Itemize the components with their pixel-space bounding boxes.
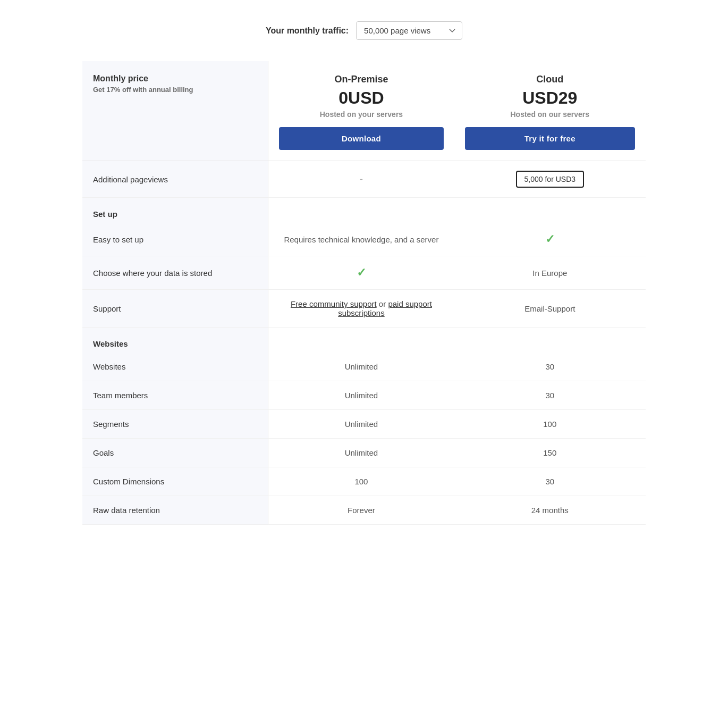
easy-setup-row: Easy to set up Requires technical knowle… xyxy=(82,223,646,256)
segments-row: Segments Unlimited 100 xyxy=(82,410,646,439)
cloud-subtitle: Hosted on our servers xyxy=(465,110,635,119)
support-cloud: Email-Support xyxy=(454,290,646,328)
traffic-select[interactable]: 10,000 page views 50,000 page views 100,… xyxy=(356,21,462,40)
additional-pageviews-onpremise: - xyxy=(268,161,454,198)
segments-label: Segments xyxy=(82,410,268,439)
data-location-onpremise-check: ✓ xyxy=(357,266,366,279)
goals-onpremise: Unlimited xyxy=(268,439,454,467)
pageviews-badge: 5,000 for USD3 xyxy=(516,171,585,188)
data-location-onpremise: ✓ xyxy=(268,256,454,290)
cloud-header: Cloud USD29 Hosted on our servers Try it… xyxy=(454,61,646,161)
segments-cloud: 100 xyxy=(454,410,646,439)
custom-dimensions-row: Custom Dimensions 100 30 xyxy=(82,467,646,496)
feature-column-header: Monthly price Get 17% off with annual bi… xyxy=(82,61,268,161)
support-row: Support Free community support or paid s… xyxy=(82,290,646,328)
websites-cloud: 30 xyxy=(454,353,646,381)
try-for-free-button[interactable]: Try it for free xyxy=(465,127,635,150)
onpremise-plan-name: On-Premise xyxy=(279,74,443,85)
team-members-row: Team members Unlimited 30 xyxy=(82,381,646,410)
support-onpremise-text: Free community support or paid support s… xyxy=(291,299,432,317)
cloud-plan-name: Cloud xyxy=(465,74,635,85)
websites-feature-label: Websites xyxy=(82,353,268,381)
easy-setup-onpremise: Requires technical knowledge, and a serv… xyxy=(268,223,454,256)
goals-cloud: 150 xyxy=(454,439,646,467)
onpremise-header: On-Premise 0USD Hosted on your servers D… xyxy=(268,61,454,161)
goals-label: Goals xyxy=(82,439,268,467)
easy-setup-label: Easy to set up xyxy=(82,223,268,256)
easy-setup-cloud-check: ✓ xyxy=(545,232,555,246)
cloud-price: USD29 xyxy=(465,88,635,108)
setup-section-label: Set up xyxy=(82,198,268,223)
custom-dimensions-cloud: 30 xyxy=(454,467,646,496)
custom-dimensions-label: Custom Dimensions xyxy=(82,467,268,496)
goals-row: Goals Unlimited 150 xyxy=(82,439,646,467)
support-onpremise: Free community support or paid support s… xyxy=(268,290,454,328)
raw-data-retention-onpremise: Forever xyxy=(268,496,454,525)
community-support-link[interactable]: Free community support xyxy=(291,299,377,308)
team-members-label: Team members xyxy=(82,381,268,410)
additional-pageviews-label: Additional pageviews xyxy=(82,161,268,198)
annual-discount-label: Get 17% off with annual billing xyxy=(93,86,257,94)
data-location-label: Choose where your data is stored xyxy=(82,256,268,290)
data-location-row: Choose where your data is stored ✓ In Eu… xyxy=(82,256,646,290)
onpremise-subtitle: Hosted on your servers xyxy=(279,110,443,119)
download-button[interactable]: Download xyxy=(279,127,443,150)
segments-onpremise: Unlimited xyxy=(268,410,454,439)
custom-dimensions-onpremise: 100 xyxy=(268,467,454,496)
additional-pageviews-cloud: 5,000 for USD3 xyxy=(454,161,646,198)
traffic-label: Your monthly traffic: xyxy=(266,26,349,36)
raw-data-retention-row: Raw data retention Forever 24 months xyxy=(82,496,646,525)
websites-row: Websites Unlimited 30 xyxy=(82,353,646,381)
onpremise-price: 0USD xyxy=(279,88,443,108)
monthly-price-title: Monthly price xyxy=(93,74,257,83)
support-label: Support xyxy=(82,290,268,328)
team-members-onpremise: Unlimited xyxy=(268,381,454,410)
easy-setup-cloud: ✓ xyxy=(454,223,646,256)
websites-onpremise: Unlimited xyxy=(268,353,454,381)
websites-section-label: Websites xyxy=(82,328,268,353)
websites-section-header: Websites xyxy=(82,328,646,353)
raw-data-retention-cloud: 24 months xyxy=(454,496,646,525)
team-members-cloud: 30 xyxy=(454,381,646,410)
additional-pageviews-row: Additional pageviews - 5,000 for USD3 xyxy=(82,161,646,198)
raw-data-retention-label: Raw data retention xyxy=(82,496,268,525)
data-location-cloud: In Europe xyxy=(454,256,646,290)
setup-section-header: Set up xyxy=(82,198,646,223)
